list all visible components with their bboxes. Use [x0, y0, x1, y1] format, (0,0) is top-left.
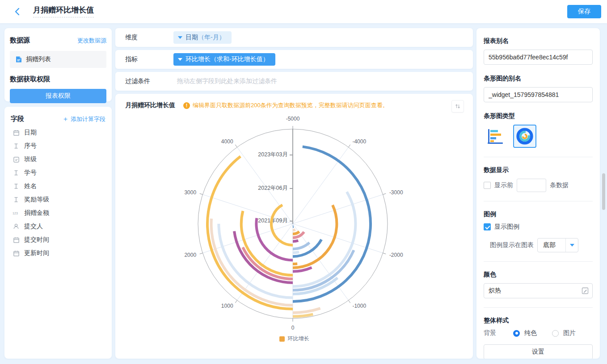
svg-text:-4000: -4000 — [352, 138, 366, 145]
select-icon — [13, 156, 20, 163]
field-item[interactable]: 123捐赠金额 — [10, 206, 106, 220]
dimension-label: 维度 — [125, 33, 173, 42]
legend-position-label: 图例显示在图表 — [490, 241, 534, 249]
svg-text:2023年03月: 2023年03月 — [258, 151, 288, 158]
svg-text:3000: 3000 — [184, 189, 196, 196]
field-item[interactable]: 奖励等级 — [10, 193, 106, 206]
bg-settings-button[interactable]: 设置 — [484, 344, 593, 359]
field-item[interactable]: 更新时间 — [10, 247, 106, 260]
radial-bar-chart: -5000-4000-3000-2000-1000010002000300040… — [115, 113, 473, 335]
datasource-title: 数据源 — [10, 36, 30, 45]
field-label: 班级 — [24, 155, 37, 163]
svg-text:-2000: -2000 — [389, 252, 403, 258]
datasource-name: 捐赠列表 — [26, 55, 51, 63]
chart-panel: 月捐赠环比增长值 ! 编辑界面只取数据源前200条作为查询数据预览，完整数据请访… — [115, 94, 473, 359]
page-title: 月捐赠环比增长值 — [33, 6, 94, 17]
field-item[interactable]: 提交人 — [10, 220, 106, 233]
show-first-checkbox[interactable] — [484, 182, 491, 189]
widget-alias-input[interactable] — [484, 87, 593, 102]
top-bar: 月捐赠环比增长值 保存 — [0, 0, 607, 23]
svg-text:2000: 2000 — [184, 252, 196, 258]
filter-row[interactable]: 过滤条件 拖动左侧字段到此处来添加过滤条件 — [115, 72, 473, 91]
svg-text:2022年06月: 2022年06月 — [258, 185, 288, 191]
metric-pill[interactable]: 环比增长（求和-环比增长值） — [173, 53, 275, 66]
field-label: 序号 — [24, 142, 37, 150]
field-label: 提交人 — [24, 222, 43, 230]
legend-section-title: 图例 — [484, 210, 593, 218]
plus-icon: ＋ — [62, 115, 71, 122]
field-label: 捐赠金额 — [24, 209, 49, 217]
metric-row: 指标 环比增长（求和-环比增长值） — [115, 50, 473, 69]
fields-panel: 字段 ＋ 添加计算字段 日期序号班级学号姓名奖励等级123捐赠金额提交人提交时间… — [4, 107, 112, 359]
legend-label: 环比增长 — [288, 335, 309, 343]
calendar-icon — [13, 236, 20, 243]
svg-text:123: 123 — [13, 211, 18, 215]
svg-text:-3000: -3000 — [389, 189, 403, 196]
field-label: 提交时间 — [24, 236, 49, 244]
add-calc-field-link[interactable]: ＋ 添加计算字段 — [62, 115, 105, 123]
background-label: 背景 — [484, 329, 509, 337]
legend-position-select[interactable]: 底部 — [537, 238, 578, 252]
svg-text:0: 0 — [291, 325, 295, 331]
report-permission-button[interactable]: 报表权限 — [10, 89, 106, 103]
preview-warning: ! 编辑界面只取数据源前200条作为查询数据预览，完整数据请访问页面查看。 — [183, 101, 388, 109]
text-icon — [13, 142, 20, 150]
svg-text:4000: 4000 — [221, 138, 233, 145]
chart-type-label: 条形图类型 — [484, 112, 593, 120]
bg-image-radio[interactable] — [552, 330, 559, 337]
filter-placeholder: 拖动左侧字段到此处来添加过滤条件 — [177, 77, 277, 85]
filter-label: 过滤条件 — [125, 77, 173, 85]
field-item[interactable]: 学号 — [10, 166, 106, 180]
sort-icon — [455, 103, 461, 109]
back-icon[interactable] — [12, 6, 23, 17]
report-alias-label: 报表别名 — [484, 37, 593, 45]
chevron-down-icon — [570, 244, 574, 247]
bg-image-label: 图片 — [563, 329, 576, 337]
show-legend-checkbox[interactable] — [484, 223, 491, 230]
field-label: 姓名 — [24, 182, 37, 190]
chevron-down-icon — [178, 58, 182, 61]
dimension-row: 维度 日期（年-月） — [115, 28, 473, 47]
dimension-pill[interactable]: 日期（年-月） — [173, 31, 232, 44]
settings-panel: 报表别名 条形图的别名 条形图类型 — [476, 28, 600, 359]
widget-alias-label: 条形图的别名 — [484, 75, 593, 83]
datasource-panel: 数据源 更改数据源 捐赠列表 数据获取权限 报表权限 — [4, 28, 112, 101]
save-button[interactable]: 保存 — [567, 5, 601, 18]
chevron-down-icon — [178, 36, 182, 39]
datasource-item[interactable]: 捐赠列表 — [10, 51, 106, 68]
field-item[interactable]: 提交时间 — [10, 233, 106, 247]
text-icon — [13, 183, 20, 190]
edit-icon[interactable] — [582, 287, 589, 296]
file-icon — [15, 56, 22, 63]
fields-title: 字段 — [11, 115, 24, 123]
color-section-title: 颜色 — [484, 271, 593, 279]
bg-solid-radio[interactable] — [513, 330, 520, 337]
rows-suffix-label: 条数据 — [550, 181, 569, 189]
show-first-label: 显示前 — [494, 181, 513, 189]
field-item[interactable]: 班级 — [10, 153, 106, 166]
field-label: 更新时间 — [24, 249, 49, 257]
report-alias-input[interactable] — [484, 50, 593, 65]
field-item[interactable]: 日期 — [10, 126, 106, 139]
radial-chart-icon — [515, 127, 534, 146]
overall-style-title: 整体样式 — [484, 317, 593, 325]
calendar-icon — [13, 250, 20, 257]
data-display-title: 数据显示 — [484, 166, 593, 174]
field-item[interactable]: 姓名 — [10, 180, 106, 193]
show-legend-label: 显示图例 — [494, 223, 519, 231]
change-datasource-link[interactable]: 更改数据源 — [77, 37, 106, 45]
chart-type-bar[interactable] — [484, 125, 507, 148]
perm-title: 数据获取权限 — [10, 75, 106, 84]
chart-title: 月捐赠环比增长值 — [125, 101, 175, 109]
calendar-icon — [13, 129, 20, 136]
sort-button[interactable] — [451, 100, 464, 113]
chart-type-radial[interactable] — [513, 125, 536, 148]
svg-text:-1000: -1000 — [352, 303, 366, 309]
color-theme-input[interactable] — [484, 283, 593, 298]
field-item[interactable]: 序号 — [10, 139, 106, 153]
number-icon: 123 — [13, 209, 20, 217]
row-count-input[interactable] — [517, 179, 546, 192]
scrollbar-thumb[interactable] — [602, 173, 605, 210]
bg-solid-label: 纯色 — [524, 329, 537, 337]
field-label: 日期 — [24, 129, 37, 137]
